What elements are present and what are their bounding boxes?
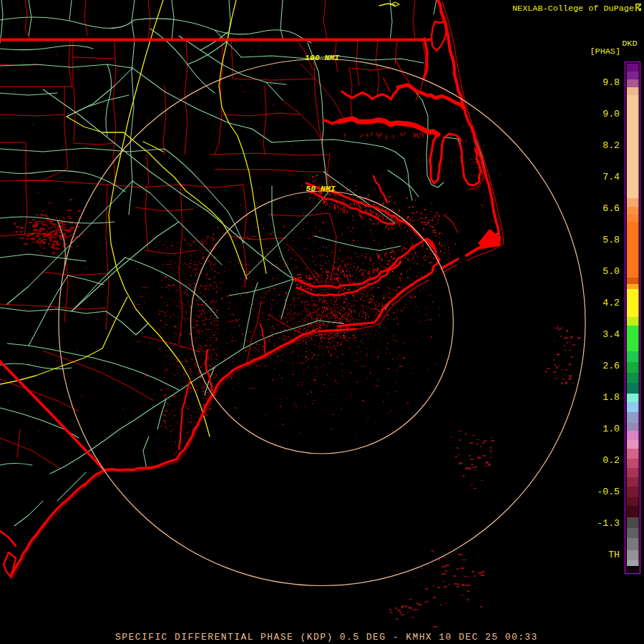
svg-text:9.0: 9.0	[602, 109, 620, 119]
svg-text:TH: TH	[608, 550, 620, 560]
svg-text:5.0: 5.0	[602, 266, 620, 277]
svg-text:[PHAS]: [PHAS]	[590, 47, 620, 57]
svg-text:8.2: 8.2	[602, 140, 620, 151]
svg-text:1.8: 1.8	[602, 392, 620, 403]
svg-text:4.2: 4.2	[602, 298, 620, 308]
svg-text:-0.5: -0.5	[597, 487, 620, 497]
svg-text:6.6: 6.6	[602, 203, 620, 214]
svg-text:DKD: DKD	[622, 39, 637, 49]
svg-text:-1.3: -1.3	[597, 518, 620, 529]
svg-text:1.0: 1.0	[602, 424, 620, 434]
svg-text:9.8: 9.8	[602, 77, 620, 88]
svg-text:3.4: 3.4	[602, 329, 620, 340]
svg-text:7.4: 7.4	[602, 172, 620, 182]
svg-text:2.6: 2.6	[602, 361, 620, 371]
svg-text:100 NMI: 100 NMI	[305, 53, 339, 62]
svg-text:5.8: 5.8	[602, 235, 620, 245]
svg-text:SPECIFIC DIFFERENTIAL PHASE (K: SPECIFIC DIFFERENTIAL PHASE (KDP) 0.5 DE…	[115, 632, 538, 643]
svg-text:50 NMI: 50 NMI	[306, 184, 336, 193]
svg-text:NEXLAB-College of DuPage: NEXLAB-College of DuPage	[512, 4, 634, 14]
svg-text:0.2: 0.2	[602, 455, 620, 466]
